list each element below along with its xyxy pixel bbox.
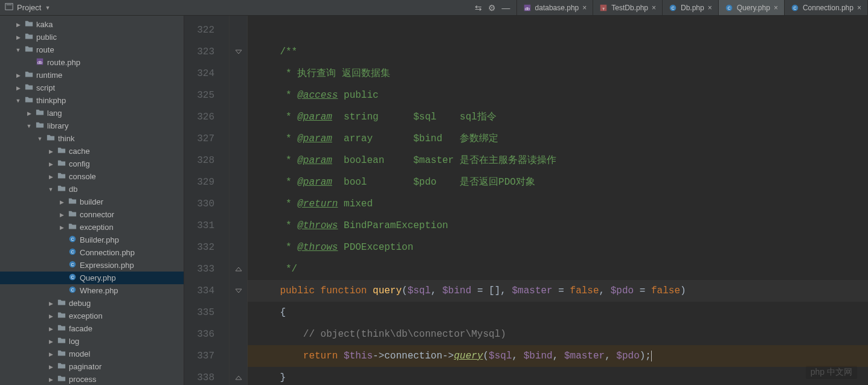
project-selector[interactable]: Project ▼ bbox=[0, 0, 55, 15]
code-line[interactable]: * @throws PDOException bbox=[248, 237, 868, 258]
tree-folder[interactable]: ▶model bbox=[0, 348, 184, 360]
code-line[interactable]: } bbox=[248, 367, 868, 385]
expand-arrow-icon[interactable]: ▶ bbox=[47, 351, 54, 357]
expand-arrow-icon[interactable]: ▶ bbox=[58, 199, 65, 205]
tree-folder[interactable]: ▶kaka bbox=[0, 18, 184, 31]
code-area[interactable]: /** * 执行查询 返回数据集 * @access public * @par… bbox=[248, 16, 868, 385]
close-icon[interactable]: × bbox=[774, 4, 778, 12]
folder-icon bbox=[24, 70, 34, 80]
tree-file[interactable]: dbroute.php bbox=[0, 56, 184, 69]
tree-folder[interactable]: ▼route bbox=[0, 43, 184, 56]
code-line[interactable]: * 执行查询 返回数据集 bbox=[248, 63, 868, 84]
expand-arrow-icon[interactable]: ▼ bbox=[47, 186, 54, 192]
expand-arrow-icon[interactable]: ▶ bbox=[47, 301, 54, 307]
folder-icon bbox=[57, 171, 66, 182]
project-tree[interactable]: ▶kaka▶public▼routedbroute.php▶runtime▶sc… bbox=[0, 16, 184, 385]
tree-file[interactable]: CBuilder.php bbox=[0, 234, 184, 246]
expand-arrow-icon[interactable]: ▶ bbox=[25, 110, 33, 116]
line-number: 337 bbox=[184, 345, 229, 367]
fold-marker[interactable] bbox=[230, 258, 247, 280]
code-line[interactable]: * @param boolean $master 是否在主服务器读操作 bbox=[248, 150, 868, 171]
expand-arrow-icon[interactable]: ▶ bbox=[14, 72, 22, 78]
expand-arrow-icon[interactable]: ▶ bbox=[47, 148, 54, 154]
expand-arrow-icon[interactable]: ▶ bbox=[14, 22, 22, 28]
code-line[interactable]: * @param string $sql sql指令 bbox=[248, 106, 868, 128]
fold-gutter[interactable] bbox=[230, 16, 248, 385]
tree-folder[interactable]: ▶exception bbox=[0, 221, 184, 234]
close-icon[interactable]: × bbox=[652, 4, 656, 12]
tree-folder[interactable]: ▼library bbox=[0, 119, 184, 132]
editor-tab[interactable]: CQuery.php× bbox=[719, 0, 785, 15]
tree-folder[interactable]: ▶exception bbox=[0, 310, 184, 322]
tree-label: kaka bbox=[36, 20, 53, 29]
fold-marker[interactable] bbox=[230, 280, 247, 302]
code-line[interactable]: */ bbox=[248, 258, 868, 280]
tree-folder[interactable]: ▶config bbox=[0, 158, 184, 170]
tree-folder[interactable]: ▶debug bbox=[0, 297, 184, 310]
expand-arrow-icon[interactable]: ▶ bbox=[47, 326, 54, 332]
expand-arrow-icon[interactable]: ▶ bbox=[47, 174, 54, 180]
tree-folder[interactable]: ▶connector bbox=[0, 208, 184, 221]
code-line[interactable]: * @param bool $pdo 是否返回PDO对象 bbox=[248, 171, 868, 193]
fold-marker[interactable] bbox=[230, 367, 247, 385]
code-editor[interactable]: 3223233243253263273283293303313323333343… bbox=[184, 16, 868, 385]
expand-arrow-icon[interactable]: ▶ bbox=[14, 85, 22, 91]
expand-arrow-icon[interactable]: ▼ bbox=[14, 47, 22, 53]
tree-folder[interactable]: ▶log bbox=[0, 335, 184, 348]
editor-tab[interactable]: CDb.php× bbox=[663, 0, 719, 15]
svg-rect-1 bbox=[7, 5, 12, 5]
tree-folder[interactable]: ▶runtime bbox=[0, 69, 184, 81]
tree-folder[interactable]: ▶console bbox=[0, 170, 184, 183]
editor-tab[interactable]: CConnection.php× bbox=[785, 0, 868, 15]
tree-folder[interactable]: ▶builder bbox=[0, 196, 184, 208]
expand-arrow-icon[interactable]: ▶ bbox=[14, 34, 22, 40]
tree-folder[interactable]: ▶facade bbox=[0, 322, 184, 335]
editor-tab[interactable]: TTestDb.php× bbox=[593, 0, 663, 15]
fold-marker[interactable] bbox=[230, 41, 247, 63]
expand-arrow-icon[interactable]: ▼ bbox=[36, 136, 43, 142]
collapse-icon[interactable]: ⇆ bbox=[475, 3, 482, 13]
code-line[interactable]: * @access public bbox=[248, 84, 868, 106]
tree-folder[interactable]: ▼think bbox=[0, 132, 184, 145]
gear-icon[interactable]: ⚙ bbox=[488, 3, 496, 13]
folder-icon bbox=[68, 209, 77, 220]
tree-file[interactable]: CExpression.php bbox=[0, 259, 184, 272]
code-line[interactable]: * @throws BindParamException bbox=[248, 215, 868, 237]
tree-folder[interactable]: ▶paginator bbox=[0, 360, 184, 373]
file-icon: db bbox=[35, 57, 45, 68]
code-line[interactable]: /** bbox=[248, 41, 868, 63]
code-line[interactable]: * @return mixed bbox=[248, 193, 868, 215]
tree-folder[interactable]: ▼db bbox=[0, 183, 184, 196]
code-line[interactable]: { bbox=[248, 302, 868, 323]
code-line[interactable] bbox=[248, 19, 868, 41]
minimize-icon[interactable]: — bbox=[502, 3, 510, 13]
expand-arrow-icon[interactable]: ▶ bbox=[47, 161, 54, 167]
project-toolbar-actions: ⇆ ⚙ — bbox=[469, 0, 517, 15]
code-line[interactable]: // object(think\db\connector\Mysql) bbox=[248, 323, 868, 345]
close-icon[interactable]: × bbox=[708, 4, 712, 12]
code-line[interactable]: * @param array $bind 参数绑定 bbox=[248, 128, 868, 150]
tree-folder[interactable]: ▶process bbox=[0, 373, 184, 385]
tree-file[interactable]: CWhere.php bbox=[0, 284, 184, 297]
close-icon[interactable]: × bbox=[857, 4, 861, 12]
tree-folder[interactable]: ▶script bbox=[0, 81, 184, 94]
expand-arrow-icon[interactable]: ▶ bbox=[58, 224, 65, 231]
expand-arrow-icon[interactable]: ▶ bbox=[47, 339, 54, 345]
tree-folder[interactable]: ▼thinkphp bbox=[0, 94, 184, 107]
tree-folder[interactable]: ▶lang bbox=[0, 107, 184, 119]
tree-folder[interactable]: ▶cache bbox=[0, 145, 184, 158]
expand-arrow-icon[interactable]: ▶ bbox=[58, 212, 65, 218]
expand-arrow-icon[interactable]: ▼ bbox=[14, 98, 22, 104]
tree-label: process bbox=[69, 375, 97, 384]
code-line[interactable]: public function query($sql, $bind = [], … bbox=[248, 280, 868, 302]
editor-tab[interactable]: dbdatabase.php× bbox=[517, 0, 594, 15]
expand-arrow-icon[interactable]: ▼ bbox=[25, 123, 33, 129]
close-icon[interactable]: × bbox=[582, 4, 587, 12]
code-line[interactable]: return $this->connection->query($sql, $b… bbox=[248, 345, 868, 367]
expand-arrow-icon[interactable]: ▶ bbox=[47, 313, 54, 319]
expand-arrow-icon[interactable]: ▶ bbox=[47, 377, 54, 383]
tree-folder[interactable]: ▶public bbox=[0, 31, 184, 43]
tree-file[interactable]: CConnection.php bbox=[0, 246, 184, 259]
tree-file[interactable]: CQuery.php bbox=[0, 272, 184, 284]
expand-arrow-icon[interactable]: ▶ bbox=[47, 364, 54, 370]
